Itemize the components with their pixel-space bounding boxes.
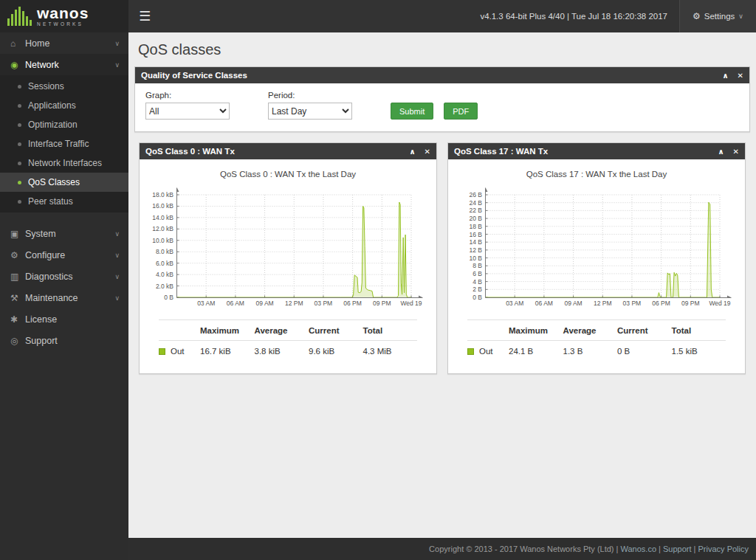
content-area: QoS classes Quality of Service Classes ∧… [128,32,756,538]
sidebar-item-network-interfaces[interactable]: Network Interfaces [0,153,128,173]
panel-title: Quality of Service Classes [141,71,713,80]
close-icon[interactable]: ✕ [733,148,739,156]
footer: Copyright © 2013 - 2017 Wanos Networks P… [128,538,756,560]
wanos-logo-icon [7,7,32,26]
monitor-icon: ▣ [10,229,25,239]
area-chart-svg [485,187,732,298]
graph-label: Graph: [145,91,230,100]
bullet-icon [18,142,21,146]
panel-title: QoS Class 17 : WAN Tx [454,147,709,156]
gear-icon: ⚙ [10,250,25,260]
bullet-icon [18,104,21,108]
settings-menu[interactable]: ⚙ Settings ∨ [679,0,756,32]
chevron-down-icon: ∨ [114,273,120,280]
collapse-icon[interactable]: ∧ [409,148,415,156]
period-select[interactable]: Last Day [268,103,352,120]
bullet-icon [18,123,21,127]
y-tick-label: 6.0 kB [156,260,173,267]
x-tick-label: 09 AM [565,300,583,307]
period-label: Period: [268,91,352,100]
collapse-icon[interactable]: ∧ [722,72,728,80]
hamburger-icon: ☰ [139,8,151,24]
stats-table: Maximum Average Current Total Out [467,319,726,362]
topbar: wanos NETWORKS ☰ v4.1.3 64-bit Plus 4/40… [0,0,756,32]
network-submenu: Sessions Applications Optimization Inter… [0,75,128,212]
graph-field: Graph: All [145,91,230,120]
sidebar-item-network[interactable]: ◉ Network ∨ [0,54,128,75]
x-tick-label: 09 PM [373,300,391,307]
chevron-down-icon: ∨ [114,294,120,302]
chevron-down-icon: ∨ [114,40,120,47]
chevron-down-icon: ∨ [114,230,120,238]
chevron-down-icon: ∨ [738,13,743,20]
qos-classes-panel: Quality of Service Classes ∧ ✕ Graph: Al… [134,66,750,132]
y-tick-label: 14.0 kB [152,215,173,221]
qos-class-0-header: QoS Class 0 : WAN Tx ∧ ✕ [140,143,436,159]
graph-select[interactable]: All [145,103,230,120]
y-tick-label: 12 B [470,247,483,254]
sidebar-item-configure[interactable]: ⚙ Configure ∨ [0,244,128,266]
chart-title: QoS Class 0 : WAN Tx the Last Day [144,170,432,179]
topbar-spacer [161,0,480,32]
wrench-icon: ⚒ [10,293,25,303]
support-icon: ◎ [10,336,25,346]
sidebar-item-home[interactable]: ⌂ Home ∨ [0,32,128,54]
copyright-text: Copyright © 2013 - 2017 Wanos Networks P… [429,545,614,553]
close-icon[interactable]: ✕ [425,148,430,156]
version-datetime-text: v4.1.3 64-bit Plus 4/40 | Tue Jul 18 16:… [480,0,679,32]
y-tick-label: 20 B [470,215,483,222]
x-tick-label: Wed 19 [400,300,422,307]
x-tick-label: 03 PM [315,300,333,307]
y-tick-label: 4 B [472,279,482,286]
brand-logo: wanos NETWORKS [0,0,128,32]
area-chart-svg [176,187,423,298]
y-tick-label: 0 B [164,294,173,301]
footer-link-privacy[interactable]: Privacy Policy [698,545,749,553]
y-tick-label: 22 B [470,207,483,214]
x-tick-label: 06 AM [227,300,244,307]
sidebar-item-license[interactable]: ✱ License [0,308,128,330]
submit-button[interactable]: Submit [391,103,433,120]
qos-class-0-chart: QoS Class 0 : WAN Tx the Last Day 0 B2.0… [140,159,436,373]
y-tick-label: 2 B [472,286,482,293]
x-axis-labels: 03 AM06 AM09 AM12 PM03 PM06 PM09 PMWed 1… [485,298,732,308]
chart-title: QoS Class 17 : WAN Tx the Last Day [453,170,740,179]
y-tick-label: 8 B [472,263,482,269]
sidebar-item-optimization[interactable]: Optimization [0,115,128,134]
y-tick-label: 10.0 kB [152,238,173,244]
app-window: wanos NETWORKS ☰ v4.1.3 64-bit Plus 4/40… [0,0,756,560]
sidebar-item-interface-traffic[interactable]: Interface Traffic [0,134,128,153]
y-tick-label: 14 B [470,239,483,246]
close-icon[interactable]: ✕ [738,72,743,80]
footer-link-support[interactable]: Support [663,545,692,553]
sidebar-item-diagnostics[interactable]: ▥ Diagnostics ∨ [0,266,128,287]
pdf-button[interactable]: PDF [444,103,478,120]
home-icon: ⌂ [10,38,25,49]
y-tick-label: 10 B [470,255,483,262]
settings-label: Settings [704,12,735,21]
y-tick-label: 12.0 kB [152,226,173,232]
footer-link-wanos[interactable]: Wanos.co [621,545,657,553]
sidebar-item-applications[interactable]: Applications [0,96,128,115]
qos-class-17-header: QoS Class 17 : WAN Tx ∧ ✕ [448,143,745,159]
license-icon: ✱ [10,314,25,325]
collapse-icon[interactable]: ∧ [718,148,724,156]
bar-chart-icon: ▥ [10,272,25,282]
x-tick-label: 09 AM [256,300,274,307]
sidebar-item-qos-classes[interactable]: QoS Classes [0,173,128,192]
menu-toggle-button[interactable]: ☰ [128,0,161,32]
sidebar-item-support[interactable]: ◎ Support [0,330,128,351]
bullet-icon [18,181,21,184]
y-tick-label: 16.0 kB [152,203,173,210]
sidebar-item-maintenance[interactable]: ⚒ Maintenance ∨ [0,287,128,308]
qos-class-17-chart: QoS Class 17 : WAN Tx the Last Day 0 B2 … [448,159,745,373]
sidebar-item-system[interactable]: ▣ System ∨ [0,223,128,244]
x-tick-label: 12 PM [594,300,612,307]
y-tick-label: 8.0 kB [156,249,173,255]
y-tick-label: 0 B [472,294,482,301]
sidebar-item-peer-status[interactable]: Peer status [0,192,128,211]
sidebar-item-sessions[interactable]: Sessions [0,77,128,96]
x-tick-label: 12 PM [285,300,303,307]
qos-class-17-panel: QoS Class 17 : WAN Tx ∧ ✕ QoS Class 17 :… [447,142,746,374]
sidebar: ⌂ Home ∨ ◉ Network ∨ Sessions Applicatio… [0,32,128,560]
